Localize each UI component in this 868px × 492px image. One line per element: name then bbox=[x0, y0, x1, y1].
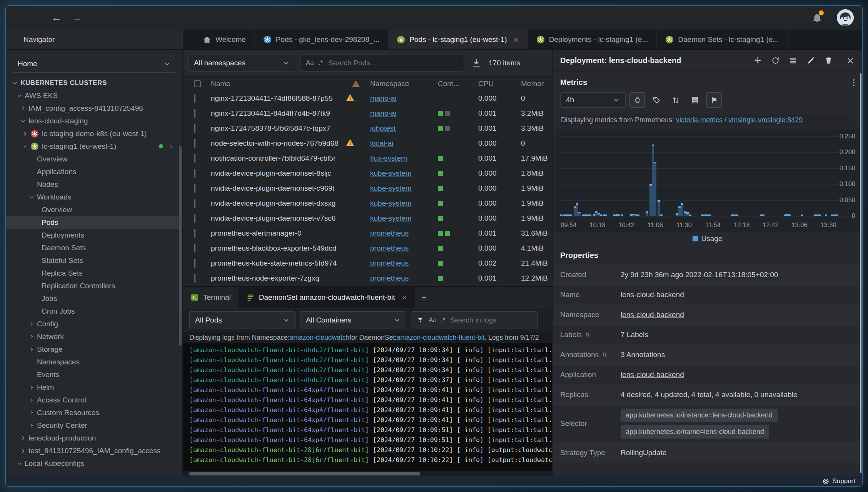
namespace-link[interactable]: kube-system bbox=[370, 199, 412, 207]
sidebar-item-test-841310725496-iam-config-access[interactable]: test_841310725496_IAM_config_access bbox=[6, 444, 182, 457]
sidebar-item-pods[interactable]: Pods bbox=[6, 216, 182, 229]
avatar[interactable] bbox=[837, 9, 854, 26]
timeframe-select[interactable]: 4h bbox=[560, 92, 626, 108]
sidebar-item-deployments[interactable]: Deployments bbox=[6, 229, 182, 241]
chevron-down-icon[interactable] bbox=[16, 93, 22, 99]
sidebar-item-stateful-sets[interactable]: Stateful Sets bbox=[6, 254, 182, 267]
dock-tab-daemonset-logs[interactable]: DaemonSet amazon-cloudwatch-fluent-bit bbox=[239, 287, 415, 308]
namespace-link[interactable]: mario-ai bbox=[370, 94, 397, 102]
sidebar-item-nodes[interactable]: Nodes bbox=[6, 178, 182, 191]
row-checkbox[interactable] bbox=[194, 259, 195, 268]
warning-column-icon[interactable] bbox=[352, 80, 360, 88]
chevron-right-icon[interactable] bbox=[22, 131, 28, 137]
close-icon[interactable] bbox=[402, 294, 407, 300]
sidebar-item-replication-controllers[interactable]: Replication Controllers bbox=[6, 279, 182, 292]
column-header-namespace[interactable]: Namespace bbox=[366, 76, 434, 91]
row-checkbox[interactable] bbox=[194, 109, 195, 118]
tag-button[interactable] bbox=[649, 92, 664, 108]
sidebar-item-network[interactable]: Network bbox=[6, 330, 182, 343]
sidebar-item-lens-cloud-staging[interactable]: lens-cloud-staging bbox=[6, 115, 182, 127]
sort-toggle-icon[interactable] bbox=[602, 352, 608, 357]
table-row[interactable]: nginx-1724758378-5fb6f5847c-tqpx7juhotes… bbox=[183, 121, 552, 136]
table-row[interactable]: nvidia-device-plugin-daemonset-dxsxgkube… bbox=[183, 196, 552, 211]
new-dock-tab-button[interactable] bbox=[415, 287, 433, 308]
row-checkbox[interactable] bbox=[194, 244, 195, 253]
sidebar-item-jobs[interactable]: Jobs bbox=[6, 292, 182, 305]
filter-funnel-icon[interactable] bbox=[417, 316, 424, 324]
stack-button[interactable] bbox=[687, 92, 703, 108]
scrollbar-thumb[interactable] bbox=[189, 472, 420, 475]
sidebar-item-config[interactable]: Config bbox=[6, 317, 182, 330]
tab-daemon-sets-lc-staging1-e[interactable]: Daemon Sets - lc-staging1 (e... bbox=[657, 30, 788, 49]
select-all-checkbox[interactable] bbox=[194, 80, 201, 87]
flag-button[interactable] bbox=[706, 92, 722, 108]
close-icon[interactable] bbox=[846, 57, 855, 65]
sidebar-item-helm[interactable]: Helm bbox=[6, 381, 182, 394]
edit-icon[interactable] bbox=[807, 57, 815, 65]
sidebar-item-aws-eks[interactable]: AWS EKS bbox=[6, 89, 182, 102]
sidebar-item-daemon-sets[interactable]: Daemon Sets bbox=[6, 241, 182, 254]
chart-legend[interactable]: Usage bbox=[553, 232, 862, 246]
pods-filter-select[interactable]: All Pods bbox=[189, 311, 295, 329]
sidebar-item-cron-jobs[interactable]: Cron Jobs bbox=[6, 305, 182, 317]
sidebar-item-applications[interactable]: Applications bbox=[6, 165, 182, 178]
logs-daemonset-link[interactable]: amazon-cloudwatch-fluent-bit bbox=[397, 334, 485, 342]
namespace-link[interactable]: prometheus bbox=[370, 229, 409, 237]
table-row[interactable]: prometheus-alertmanager-0prometheus0.001… bbox=[183, 226, 552, 241]
table-row[interactable]: prometheus-blackbox-exporter-549dcdprome… bbox=[183, 241, 552, 256]
property-value[interactable]: lens-cloud-backend bbox=[614, 371, 862, 379]
close-icon[interactable] bbox=[513, 37, 519, 43]
refresh-icon[interactable] bbox=[771, 57, 780, 65]
row-checkbox[interactable] bbox=[194, 214, 195, 223]
column-header-name[interactable]: Name bbox=[208, 76, 346, 91]
logs-horizontal-scrollbar[interactable] bbox=[183, 471, 552, 476]
move-icon[interactable] bbox=[754, 57, 762, 65]
namespace-link[interactable]: juhotest bbox=[370, 124, 396, 132]
namespace-link[interactable]: local-ai bbox=[370, 139, 393, 147]
prometheus-namespace-link[interactable]: victoria-metrics bbox=[676, 116, 723, 124]
row-checkbox[interactable] bbox=[194, 124, 195, 133]
row-checkbox[interactable] bbox=[194, 229, 195, 238]
table-row[interactable]: notification-controller-7bfbfd6479-cbl5r… bbox=[183, 151, 552, 166]
chevron-down-icon[interactable] bbox=[12, 80, 18, 86]
row-checkbox[interactable] bbox=[194, 184, 195, 193]
namespace-link[interactable]: kube-system bbox=[370, 214, 412, 222]
chevron-right-icon[interactable] bbox=[169, 144, 174, 149]
chevron-down-icon[interactable] bbox=[28, 194, 35, 200]
tab-welcome[interactable]: Welcome bbox=[194, 30, 255, 49]
sidebar-item-replica-sets[interactable]: Replica Sets bbox=[6, 267, 182, 279]
match-case-icon[interactable]: Aa bbox=[429, 316, 437, 324]
notifications-bell-icon[interactable] bbox=[812, 13, 822, 23]
namespace-link[interactable]: kube-system bbox=[370, 184, 412, 192]
column-header-memory[interactable]: Memor bbox=[517, 76, 552, 91]
namespace-link[interactable]: mario-ai bbox=[370, 109, 397, 117]
pods-search-input[interactable] bbox=[327, 58, 457, 68]
sidebar-item-iam-config-access-841310725496[interactable]: IAM_config_access-841310725496 bbox=[6, 102, 182, 115]
sidebar-item-local-kubeconfigs[interactable]: Local Kubeconfigs bbox=[6, 457, 182, 470]
logs-search-input[interactable] bbox=[449, 316, 532, 325]
chevron-right-icon[interactable] bbox=[28, 346, 35, 352]
sidebar-scrollbar[interactable] bbox=[179, 146, 182, 346]
chevron-right-icon[interactable] bbox=[20, 448, 26, 454]
chevron-right-icon[interactable] bbox=[28, 397, 35, 403]
property-value[interactable]: lens-cloud-backend bbox=[614, 311, 862, 319]
containers-filter-select[interactable]: All Containers bbox=[300, 311, 406, 329]
row-checkbox[interactable] bbox=[194, 94, 195, 103]
sidebar-item-lenscloud-production[interactable]: lenscloud-production bbox=[6, 432, 182, 444]
table-row[interactable]: nvidia-device-plugin-daemonset-v7sc6kube… bbox=[183, 211, 552, 226]
sidebar-item-namespaces[interactable]: Namespaces bbox=[6, 356, 182, 368]
namespace-link[interactable]: prometheus bbox=[370, 274, 409, 282]
namespace-filter-select[interactable]: All namespaces bbox=[188, 55, 295, 71]
row-checkbox[interactable] bbox=[194, 154, 195, 163]
back-icon[interactable]: ← bbox=[51, 13, 62, 23]
sidebar-scope-select[interactable]: Home bbox=[12, 55, 176, 73]
chevron-down-icon[interactable] bbox=[22, 143, 28, 150]
chevron-right-icon[interactable] bbox=[28, 334, 35, 340]
sidebar-item-workloads[interactable]: Workloads bbox=[6, 191, 182, 203]
prometheus-service-link[interactable]: vmsingle-vmsingle:8429 bbox=[728, 116, 803, 124]
sidebar-item-overview[interactable]: Overview bbox=[6, 153, 182, 165]
tab-pods-lc-staging1-eu-west-1[interactable]: Pods - lc-staging1 (eu-west-1) bbox=[388, 30, 527, 49]
sidebar-item-storage[interactable]: Storage bbox=[6, 343, 182, 356]
chevron-right-icon[interactable] bbox=[28, 422, 35, 429]
cpu-chip-button[interactable] bbox=[629, 92, 645, 108]
